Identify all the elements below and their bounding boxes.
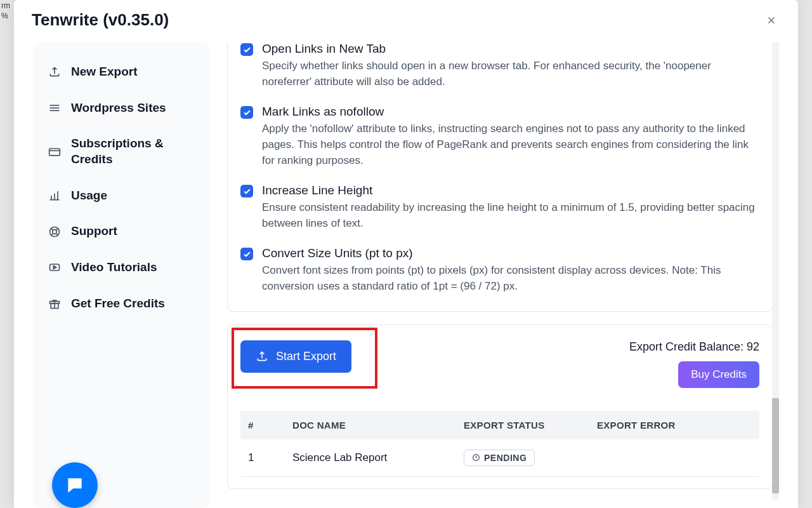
option-nofollow: Mark Links as nofollow Apply the 'nofoll… — [240, 97, 759, 176]
table-header-row: # DOC NAME EXPORT STATUS EXPORT ERROR — [240, 411, 759, 439]
credit-balance-text: Export Credit Balance: 92 — [629, 340, 759, 354]
sidebar-item-support[interactable]: Support — [39, 213, 203, 250]
scrollbar-track[interactable] — [772, 43, 779, 500]
sidebar-item-free-credits[interactable]: Get Free Credits — [39, 286, 203, 322]
option-description: Ensure consistent readability by increas… — [262, 200, 759, 231]
cell-doc: Science Lab Report — [285, 439, 456, 477]
cell-error — [589, 439, 759, 477]
sidebar-item-label: New Export — [71, 64, 138, 80]
svg-point-10 — [53, 229, 57, 234]
modal-header: Tenwrite (v0.35.0) — [14, 0, 798, 36]
checkbox-nofollow[interactable] — [240, 106, 253, 119]
sidebar-item-new-export[interactable]: New Export — [39, 54, 203, 90]
clock-icon — [472, 453, 480, 462]
cell-status: PENDING — [456, 439, 589, 477]
col-doc: DOC NAME — [285, 411, 456, 439]
check-icon — [243, 250, 251, 258]
cell-num: 1 — [240, 439, 285, 477]
option-description: Specify whether links should open in a n… — [262, 58, 759, 90]
close-button[interactable] — [763, 11, 780, 29]
option-convert-units: Convert Size Units (pt to px) Convert fo… — [240, 239, 759, 302]
modal-dialog: Tenwrite (v0.35.0) New Export Wordpress … — [14, 0, 798, 508]
upload-icon — [256, 350, 268, 363]
sidebar-item-label: Wordpress Sites — [71, 100, 166, 116]
backdrop-text: rm % — [0, 0, 11, 22]
sidebar-item-label: Video Tutorials — [71, 260, 157, 276]
sidebar: New Export Wordpress Sites Subscriptions… — [33, 43, 209, 508]
col-error: EXPORT ERROR — [589, 411, 759, 439]
list-icon — [48, 102, 61, 114]
checkbox-open-links[interactable] — [240, 43, 253, 56]
option-description: Apply the 'nofollow' attribute to links,… — [262, 121, 759, 168]
col-status: EXPORT STATUS — [456, 411, 589, 439]
svg-rect-3 — [49, 149, 60, 156]
checkbox-line-height[interactable] — [240, 185, 253, 197]
check-icon — [243, 187, 251, 196]
sidebar-item-label: Support — [71, 224, 117, 239]
gift-icon — [48, 297, 61, 310]
option-title: Increase Line Height — [262, 184, 759, 197]
sidebar-item-label: Usage — [71, 188, 107, 204]
svg-line-12 — [56, 233, 58, 235]
sidebar-item-label: Subscriptions & Credits — [71, 136, 194, 167]
checkbox-convert-units[interactable] — [240, 248, 253, 260]
svg-marker-16 — [53, 266, 56, 269]
scrollbar-thumb[interactable] — [772, 398, 779, 493]
sidebar-item-subscriptions[interactable]: Subscriptions & Credits — [39, 126, 203, 177]
col-num: # — [240, 411, 285, 439]
main-content: Open Links in New Tab Specify whether li… — [227, 43, 779, 508]
svg-line-14 — [56, 228, 58, 230]
check-icon — [243, 109, 251, 117]
close-icon — [766, 15, 777, 26]
sidebar-item-usage[interactable]: Usage — [39, 178, 203, 214]
sidebar-item-wordpress-sites[interactable]: Wordpress Sites — [39, 90, 203, 126]
credit-card-icon — [48, 145, 61, 158]
start-export-button[interactable]: Start Export — [240, 340, 351, 373]
video-icon — [48, 261, 61, 274]
option-title: Convert Size Units (pt to px) — [262, 246, 759, 260]
sidebar-item-label: Get Free Credits — [71, 296, 165, 312]
svg-line-11 — [51, 228, 53, 230]
sidebar-item-video-tutorials[interactable]: Video Tutorials — [39, 250, 203, 286]
lifebuoy-icon — [48, 225, 61, 238]
options-card: Open Links in New Tab Specify whether li… — [227, 43, 773, 312]
option-title: Open Links in New Tab — [262, 43, 759, 56]
option-open-links-new-tab: Open Links in New Tab Specify whether li… — [240, 43, 759, 97]
buy-credits-button[interactable]: Buy Credits — [678, 361, 759, 388]
chat-widget-button[interactable] — [52, 462, 98, 508]
svg-line-13 — [51, 233, 53, 235]
bar-chart-icon — [48, 189, 61, 202]
option-line-height: Increase Line Height Ensure consistent r… — [240, 176, 759, 239]
status-badge: PENDING — [464, 450, 535, 466]
export-table: # DOC NAME EXPORT STATUS EXPORT ERROR 1 … — [240, 411, 759, 477]
table-row: 1 Science Lab Report PENDING — [240, 439, 759, 477]
export-card: Start Export Export Credit Balance: 92 B… — [227, 324, 773, 489]
start-export-label: Start Export — [276, 350, 336, 363]
option-title: Mark Links as nofollow — [262, 105, 759, 119]
check-icon — [243, 46, 251, 54]
upload-icon — [48, 65, 61, 78]
chat-icon — [65, 475, 85, 495]
modal-title: Tenwrite (v0.35.0) — [32, 10, 169, 30]
option-description: Convert font sizes from points (pt) to p… — [262, 263, 759, 294]
